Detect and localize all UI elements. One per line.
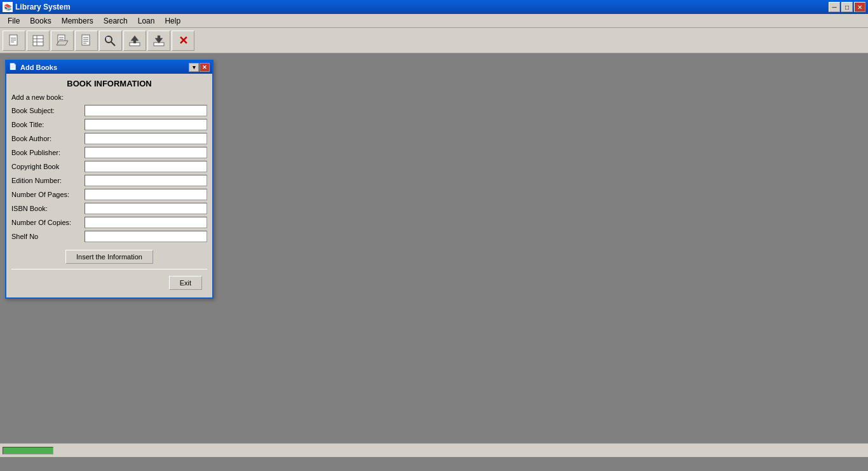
child-window-title: Add Books <box>20 64 189 71</box>
menu-members[interactable]: Members <box>57 15 98 27</box>
svg-line-19 <box>111 42 115 46</box>
field-row-isbn-book: ISBN Book: <box>11 203 207 214</box>
label-book-subject: Book Subject: <box>11 107 85 114</box>
main-area: 📄 Add Books ▾ ✕ BOOK INFORMATION Add a n… <box>0 53 868 457</box>
toolbar: ✕ <box>0 28 868 53</box>
field-row-edition-number: Edition Number: <box>11 175 207 186</box>
field-row-number-of-pages: Number Of Pages: <box>11 189 207 200</box>
insert-information-button[interactable]: Insert the Information <box>65 250 153 264</box>
add-books-window: 📄 Add Books ▾ ✕ BOOK INFORMATION Add a n… <box>5 60 214 299</box>
child-close-button[interactable]: ✕ <box>200 63 210 72</box>
toolbar-open[interactable] <box>51 31 74 51</box>
toolbar-new-doc[interactable] <box>3 31 25 51</box>
field-row-number-of-copies: Number Of Copies: <box>11 217 207 228</box>
label-copyright-book: Copyright Book <box>11 163 85 170</box>
form-subtitle: Add a new book: <box>11 93 207 101</box>
svg-marker-22 <box>131 36 139 43</box>
form-title: BOOK INFORMATION <box>11 79 207 88</box>
input-copyright-book[interactable] <box>85 161 207 172</box>
svg-marker-24 <box>155 36 163 43</box>
label-number-of-pages: Number Of Pages: <box>11 191 85 198</box>
form-content: BOOK INFORMATION Add a new book: Book Su… <box>6 74 212 297</box>
menu-file[interactable]: File <box>3 15 25 27</box>
toolbar-upload[interactable] <box>123 31 146 51</box>
child-title-bar: 📄 Add Books ▾ ✕ <box>6 61 212 74</box>
menu-search[interactable]: Search <box>98 15 133 27</box>
form-divider <box>11 269 207 270</box>
child-window-icon: 📄 <box>9 63 18 72</box>
input-edition-number[interactable] <box>85 175 207 186</box>
maximize-button[interactable]: □ <box>841 2 853 12</box>
form-buttons: Insert the Information <box>11 250 207 264</box>
title-bar: 📚 Library System ─ □ ✕ <box>0 0 868 14</box>
menu-help[interactable]: Help <box>159 15 186 27</box>
field-row-book-author: Book Author: <box>11 133 207 144</box>
toolbar-download[interactable] <box>147 31 170 51</box>
input-shelf-no[interactable] <box>85 231 207 242</box>
toolbar-report[interactable] <box>75 31 98 51</box>
svg-point-20 <box>107 38 108 39</box>
label-number-of-copies: Number Of Copies: <box>11 219 85 226</box>
menu-bar: File Books Members Search Loan Help <box>0 14 868 28</box>
status-progress-bar <box>3 447 53 454</box>
input-book-title[interactable] <box>85 119 207 130</box>
svg-rect-4 <box>33 36 43 46</box>
field-row-book-subject: Book Subject: <box>11 105 207 116</box>
close-button[interactable]: ✕ <box>854 2 865 12</box>
label-shelf-no: Shelf No <box>11 233 85 240</box>
label-edition-number: Edition Number: <box>11 177 85 184</box>
toolbar-list-view[interactable] <box>27 31 50 51</box>
input-book-publisher[interactable] <box>85 147 207 158</box>
title-bar-controls: ─ □ ✕ <box>829 2 865 12</box>
svg-point-17 <box>105 36 112 43</box>
app-title: Library System <box>15 3 829 11</box>
field-row-book-title: Book Title: <box>11 119 207 130</box>
input-number-of-copies[interactable] <box>85 217 207 228</box>
child-restore-button[interactable]: ▾ <box>189 63 199 72</box>
menu-loan[interactable]: Loan <box>133 15 160 27</box>
status-bar <box>0 443 868 457</box>
field-row-book-publisher: Book Publisher: <box>11 147 207 158</box>
app-icon: 📚 <box>3 2 13 12</box>
field-row-shelf-no: Shelf No <box>11 231 207 242</box>
label-isbn-book: ISBN Book: <box>11 205 85 212</box>
label-book-title: Book Title: <box>11 121 85 128</box>
child-title-controls: ▾ ✕ <box>189 63 210 72</box>
input-number-of-pages[interactable] <box>85 189 207 200</box>
input-isbn-book[interactable] <box>85 203 207 214</box>
svg-rect-12 <box>82 35 90 45</box>
exit-row: Exit <box>11 273 207 292</box>
toolbar-search[interactable] <box>99 31 122 51</box>
toolbar-close[interactable]: ✕ <box>172 31 194 51</box>
input-book-subject[interactable] <box>85 105 207 116</box>
minimize-button[interactable]: ─ <box>829 2 840 12</box>
menu-books[interactable]: Books <box>25 15 56 27</box>
input-book-author[interactable] <box>85 133 207 144</box>
exit-button[interactable]: Exit <box>169 276 202 290</box>
label-book-author: Book Author: <box>11 135 85 142</box>
label-book-publisher: Book Publisher: <box>11 149 85 156</box>
field-row-copyright-book: Copyright Book <box>11 161 207 172</box>
